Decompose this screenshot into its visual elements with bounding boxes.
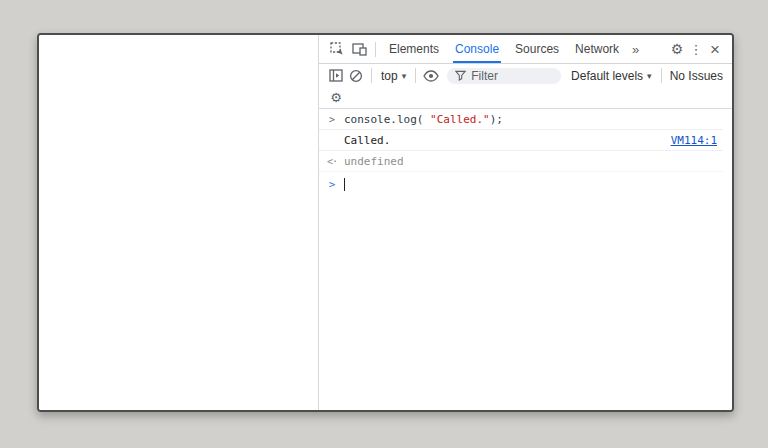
browser-window: Elements Console Sources Network » ⚙ ⋮ ×	[37, 33, 734, 412]
console-sidebar-icon	[329, 69, 343, 82]
gear-icon: ⚙	[671, 42, 684, 56]
devtools-settings-button[interactable]: ⚙	[666, 38, 688, 60]
console-prompt[interactable]: >	[319, 172, 723, 194]
console-log-message: Called. VM114:1	[319, 130, 723, 151]
filter-funnel-icon	[455, 67, 471, 85]
devtools-panel: Elements Console Sources Network » ⚙ ⋮ ×	[319, 35, 732, 410]
filter-input[interactable]	[471, 69, 553, 83]
tab-network[interactable]: Network	[567, 35, 627, 63]
log-levels-selector[interactable]: Default levels ▾	[567, 69, 656, 83]
kebab-menu-icon: ⋮	[690, 43, 703, 56]
returned-value-text: undefined	[344, 155, 404, 168]
eye-icon	[423, 70, 439, 82]
page-viewport	[39, 35, 319, 410]
clear-console-button[interactable]	[346, 66, 366, 86]
chevron-down-icon: ▾	[647, 71, 652, 81]
command-chevron-icon: >	[326, 114, 338, 125]
returned-value-icon: <·	[326, 156, 338, 167]
echo-code: console.log(	[344, 113, 430, 126]
chevron-down-icon: ▾	[402, 71, 407, 81]
source-location-link[interactable]: VM114:1	[663, 134, 717, 147]
inspect-element-button[interactable]	[326, 38, 348, 60]
echo-string-literal: "Called."	[430, 113, 490, 126]
devtools-menu-button[interactable]: ⋮	[688, 38, 704, 60]
tab-elements[interactable]: Elements	[381, 35, 447, 63]
divider	[415, 68, 416, 83]
issues-counter[interactable]: No Issues	[667, 69, 726, 83]
clear-console-icon	[349, 69, 363, 83]
prompt-chevron-icon: >	[326, 178, 338, 191]
divider	[371, 68, 372, 83]
inspect-cursor-icon	[330, 42, 344, 56]
context-label: top	[381, 69, 398, 83]
more-tabs-button[interactable]: »	[627, 42, 644, 57]
divider	[375, 42, 376, 57]
levels-label: Default levels	[571, 69, 643, 83]
tab-sources[interactable]: Sources	[507, 35, 567, 63]
console-messages: > console.log( "Called."); Called. VM114…	[319, 109, 732, 410]
console-settings-button[interactable]: ⚙	[326, 88, 346, 108]
console-filter-field[interactable]	[447, 68, 561, 84]
log-text: Called.	[344, 134, 390, 147]
console-toolbar-right: Default levels ▾ No Issues	[567, 68, 726, 83]
console-returned-value: <· undefined	[319, 151, 723, 172]
close-devtools-button[interactable]: ×	[704, 38, 726, 60]
console-command-echo: > console.log( "Called.");	[319, 109, 723, 130]
close-icon: ×	[710, 41, 720, 58]
show-console-sidebar-button[interactable]	[326, 66, 346, 86]
gear-icon: ⚙	[330, 91, 342, 104]
double-chevron-icon: »	[632, 42, 639, 57]
devtools-tab-bar: Elements Console Sources Network » ⚙ ⋮ ×	[319, 35, 732, 64]
create-live-expression-button[interactable]	[421, 66, 441, 86]
tab-bar-actions: ⚙ ⋮ ×	[666, 38, 726, 60]
toggle-device-toolbar-button[interactable]	[348, 38, 370, 60]
echo-code-after: );	[490, 113, 503, 126]
javascript-context-selector[interactable]: top ▾	[377, 69, 410, 83]
divider	[661, 68, 662, 83]
panel-tabs: Elements Console Sources Network	[381, 35, 627, 63]
device-toolbar-icon	[352, 43, 367, 56]
console-toolbar: top ▾	[319, 64, 732, 87]
text-cursor	[344, 178, 345, 191]
console-settings-row: ⚙	[319, 87, 732, 109]
tab-console[interactable]: Console	[447, 35, 507, 63]
